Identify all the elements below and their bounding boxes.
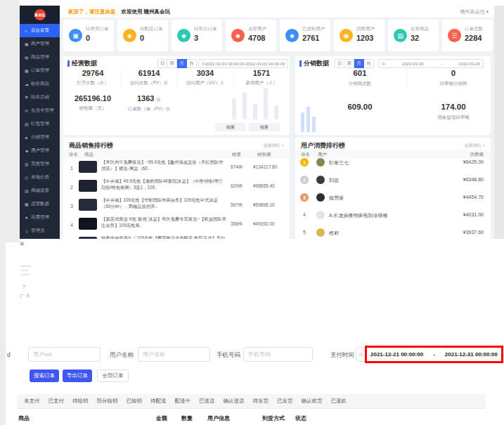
- date-range-picker[interactable]: ⊙ 2022-03-20 - 2022-03-29: [378, 59, 484, 68]
- sidebar-item-shop-settings[interactable]: ▨商铺设置: [20, 184, 60, 197]
- table-header: 排名 用户 消费额: [295, 150, 491, 159]
- business-data-panel: 经营数据 日 周 月 自 ⊙ 2022-02-01 00:00:00 - 202…: [63, 56, 290, 135]
- sidebar-item-admin[interactable]: ☺管理员: [20, 224, 60, 237]
- sales-amount: ¥98655.40: [253, 183, 275, 188]
- tab-confirm-received[interactable]: 确认收货: [302, 398, 323, 405]
- logo[interactable]: 真会玩: [20, 6, 60, 24]
- stat-card-authorized-users[interactable]: ☻已授权用户2761: [280, 20, 330, 51]
- tab-confirm-delivered[interactable]: 确认送达: [224, 398, 245, 405]
- order-col-status: 状态: [295, 414, 306, 422]
- tab-refunded[interactable]: 已退款: [331, 398, 347, 405]
- stat-label: 消费用户: [356, 26, 375, 32]
- col-product: 商品: [84, 150, 93, 159]
- distribution-icon: ◈: [25, 135, 31, 140]
- stat-card-after-sale[interactable]: ☻待售后订单3: [172, 20, 222, 51]
- sidebar-item-local-category[interactable]: ◎本地分类: [20, 171, 60, 184]
- tab-paid[interactable]: 已支付: [49, 398, 65, 405]
- render-artifact: ▣: [20, 241, 25, 247]
- render-artifact: 厂 ®: [20, 293, 30, 300]
- sidebar-item-order[interactable]: ▦订单管理: [20, 64, 60, 77]
- screen: 夜深了，请注意休息 欢迎使用 赣州真会玩 赣州真会玩 ▾ 真会玩 ⌂后台首页 ▣…: [0, 0, 504, 425]
- goods-bag-icon: ▤: [394, 29, 407, 42]
- user-icon: ☻: [25, 149, 31, 153]
- date-range-picker[interactable]: ⊙ 2022-02-01 00:00:00 - 2022-03-01 00:00…: [198, 59, 288, 68]
- stat-card-consumers[interactable]: ◉消费用户1203: [334, 20, 385, 51]
- mini-bar: [253, 104, 257, 119]
- username-input[interactable]: [138, 347, 210, 362]
- render-artifact: [21, 270, 28, 271]
- metric-distributor-pending: 0待审核分销商: [411, 69, 491, 87]
- order-icon: ▦: [25, 68, 31, 73]
- tab-shipped[interactable]: 已发货: [277, 398, 293, 405]
- sidebar-item-goods[interactable]: ▤商品管理: [20, 51, 60, 64]
- account-dropdown[interactable]: 赣州真会玩 ▾: [460, 6, 489, 18]
- sidebar-item-label: 应用管理: [31, 214, 49, 221]
- stat-value: 2761: [302, 34, 319, 42]
- search-orders-button[interactable]: 搜索订单: [30, 370, 59, 382]
- phone-input[interactable]: [243, 347, 313, 362]
- paytime-start[interactable]: 2021-12-21 00:00:00: [370, 351, 423, 358]
- tab-delivered[interactable]: 已送达: [199, 398, 215, 405]
- legend-sales-button-2[interactable]: 销量: [249, 123, 280, 131]
- sidebar-item-distribution[interactable]: ◈分销管理: [20, 131, 60, 144]
- paytime-end[interactable]: 2021-12-31 00:00:00: [445, 351, 498, 358]
- sidebar-item-red-packet[interactable]: ▧红包管理: [20, 117, 60, 131]
- period-tab-month[interactable]: 月: [177, 59, 187, 68]
- sidebar-item-dashboard[interactable]: ⌂后台首页: [20, 24, 60, 37]
- col-user: 用户: [318, 150, 327, 159]
- metric-label: 打开次数（次）: [66, 80, 119, 86]
- tab-pending-verify[interactable]: 待核销: [72, 398, 89, 405]
- stat-card-total-orders[interactable]: ☰订单总数2284: [442, 20, 493, 51]
- sidebar-item-member-card[interactable]: ✉会员卡管理: [20, 104, 60, 117]
- divider: [406, 70, 407, 90]
- uid-input[interactable]: [28, 347, 101, 362]
- ship-icon: ▣: [69, 29, 82, 42]
- paytime-range-annotation[interactable]: 2021-12-21 00:00:00 - 2021-12-31 00:00:0…: [365, 346, 503, 363]
- all-ranking-link[interactable]: 全部排行 >: [264, 143, 284, 149]
- all-ranking-link[interactable]: 全部排行 >: [465, 143, 485, 149]
- order-col-product: 商品: [18, 414, 30, 422]
- stat-card-on-sale-goods[interactable]: ▤在售商品32: [388, 20, 439, 51]
- tab-pending-delivery[interactable]: 待配送: [150, 398, 167, 405]
- stat-card-pending-delivery[interactable]: ◈待配送订单0: [117, 20, 168, 51]
- sidebar-item-page[interactable]: ▥页面管理: [20, 157, 60, 171]
- tab-pending-ship[interactable]: 待发货: [253, 398, 269, 405]
- export-orders-button[interactable]: 导出订单: [63, 370, 92, 382]
- tab-verified[interactable]: 已核销: [127, 398, 143, 405]
- order-col-quantity: 数量: [181, 414, 193, 422]
- sidebar-item-operation-data[interactable]: ▩运营数据: [20, 197, 60, 211]
- stat-label: 订单总数: [465, 26, 483, 32]
- merchant-icon: ▣: [25, 41, 31, 46]
- period-tab-custom[interactable]: 自: [187, 59, 197, 68]
- sidebar-item-label: 商铺设置: [31, 188, 49, 194]
- tab-delivering[interactable]: 配送中: [175, 398, 191, 405]
- table-header: 排名 商品 销量 销售额: [63, 150, 290, 159]
- period-tab-week[interactable]: 周: [344, 59, 354, 68]
- period-tab-month[interactable]: 月: [354, 59, 364, 68]
- stat-value: 1203: [356, 34, 373, 42]
- metric-value: 1363 次: [122, 94, 176, 103]
- stat-card-all-users[interactable]: ☻全部用户4708: [226, 20, 276, 51]
- sidebar-item-label: 管理员: [31, 228, 45, 234]
- product-thumbnail: [79, 161, 97, 173]
- tab-unpaid[interactable]: 未支付: [24, 398, 40, 405]
- user-ranking-panel: 用户消费排行榜 全部排行 > 排名 用户 消费额 1 杉寒三七 ¥6425.00…: [295, 138, 491, 239]
- metric-value: 174.00: [411, 103, 491, 111]
- product-title: 【中央城】49.9元抢【康桥国际4K影院沐足】（中医经络/理疗刮痧/特色修脚）3…: [101, 178, 226, 190]
- sidebar-item-bargain[interactable]: ☁砍价商品: [20, 77, 60, 91]
- tab-partial-verified[interactable]: 部分核销: [97, 398, 118, 405]
- period-tab-day[interactable]: 日: [157, 59, 167, 68]
- period-tab-custom[interactable]: 自: [364, 59, 374, 68]
- sidebar-item-user[interactable]: ☻用户管理: [20, 144, 60, 157]
- sidebar-item-merchant[interactable]: ▣商户管理: [20, 37, 60, 51]
- panel-title: 经营数据: [72, 59, 97, 68]
- all-orders-button[interactable]: 全部订单: [97, 370, 129, 382]
- period-tab-week[interactable]: 周: [167, 59, 177, 68]
- stat-card-pending-ship[interactable]: ▣待发货订单0: [63, 20, 114, 51]
- sidebar-item-auction[interactable]: ⚑拍卖活动: [20, 91, 60, 104]
- period-tab-day[interactable]: 日: [335, 59, 344, 68]
- sidebar-item-app[interactable]: ★应用管理: [20, 211, 60, 224]
- legend-sales-button[interactable]: 销量: [215, 123, 246, 131]
- metric-value: 29764: [66, 69, 119, 77]
- sidebar-item-label: 商品管理: [31, 54, 49, 60]
